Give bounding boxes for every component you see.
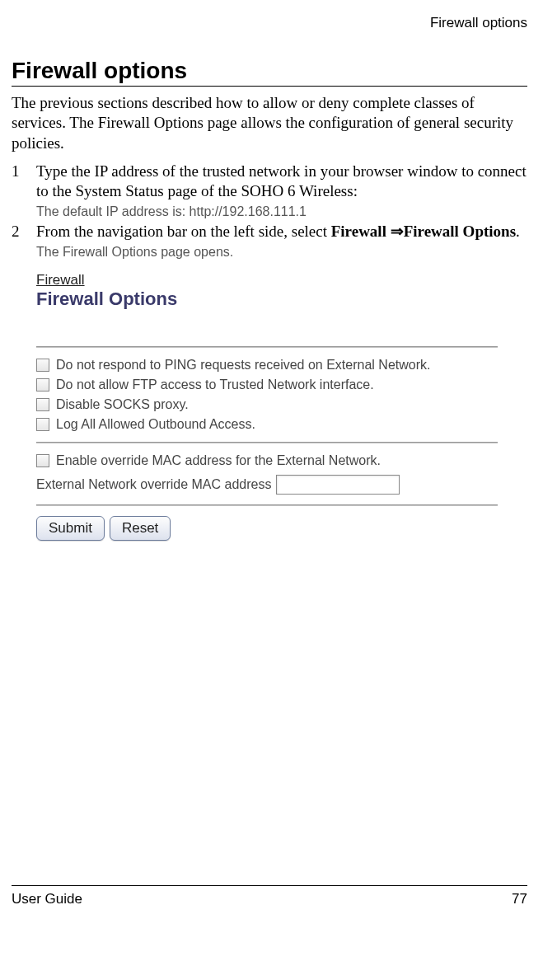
option-row-log-outbound[interactable]: Log All Allowed Outbound Access. [36,417,498,432]
checkbox-icon[interactable] [36,359,49,372]
step-text-prefix: From the navigation bar on the left side… [36,223,331,240]
reset-button[interactable]: Reset [110,516,171,541]
option-row-ping[interactable]: Do not respond to PING requests received… [36,358,498,373]
nav-path-a: Firewall [331,223,386,240]
page-title: Firewall Options [36,288,498,310]
button-row: Submit Reset [36,516,498,541]
divider [36,346,498,348]
step-note: The default IP address is: http://192.16… [36,204,527,221]
option-label: Disable SOCKS proxy. [56,397,189,412]
title-rule [12,86,527,87]
section-title: Firewall options [12,58,527,84]
mac-address-row: External Network override MAC address [36,475,498,495]
nav-path-b: Firewall Options [404,223,516,240]
option-row-mac-enable[interactable]: Enable override MAC address for the Exte… [36,453,498,468]
divider [36,504,498,506]
checkbox-icon[interactable] [36,418,49,431]
footer-left: User Guide [12,891,82,907]
arrow-icon: ⇒ [391,223,404,240]
checkbox-icon[interactable] [36,378,49,392]
step-note: The Firewall Options page opens. [36,244,527,261]
option-label: Do not allow FTP access to Trusted Netwo… [56,377,374,392]
firewall-options-screenshot: Firewall Firewall Options Do not respond… [36,272,498,541]
checkbox-icon[interactable] [36,398,49,411]
step-text-suffix: . [516,223,520,240]
step-list: 1 Type the IP address of the trusted net… [12,162,527,261]
running-header: Firewall options [12,15,527,58]
submit-button[interactable]: Submit [36,516,105,541]
step-number: 2 [12,222,36,260]
divider [36,442,498,443]
mac-address-label: External Network override MAC address [36,477,271,492]
footer-page-number: 77 [512,891,527,907]
option-row-ftp[interactable]: Do not allow FTP access to Trusted Netwo… [36,377,498,392]
option-label: Log All Allowed Outbound Access. [56,417,255,432]
option-label: Enable override MAC address for the Exte… [56,453,381,468]
option-label: Do not respond to PING requests received… [56,358,430,373]
mac-address-input[interactable] [276,475,400,495]
step-1: 1 Type the IP address of the trusted net… [12,162,527,220]
intro-paragraph: The previous sections described how to a… [12,93,527,153]
breadcrumb[interactable]: Firewall [36,272,498,288]
option-row-socks[interactable]: Disable SOCKS proxy. [36,397,498,412]
page-footer: User Guide 77 [12,885,527,907]
step-2: 2 From the navigation bar on the left si… [12,222,527,260]
step-text: Type the IP address of the trusted netwo… [36,162,527,199]
checkbox-icon[interactable] [36,454,49,467]
step-number: 1 [12,162,36,220]
